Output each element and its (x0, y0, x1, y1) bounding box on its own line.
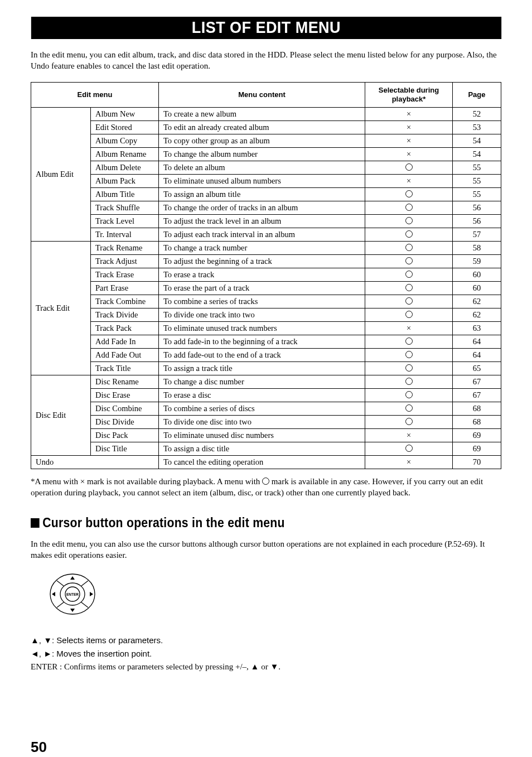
item-cell: Disc Title (91, 442, 159, 456)
page-cell: 60 (453, 268, 501, 282)
svg-line-4 (57, 581, 64, 586)
table-row: Track DivideTo divide one track into two… (31, 308, 501, 322)
page-cell: 54 (453, 134, 501, 148)
item-cell: Track Pack (91, 322, 159, 335)
table-row: Add Fade OutTo add fade-out to the end o… (31, 349, 501, 362)
page-cell: 55 (453, 175, 501, 188)
bullet-item: ▲, ▼: Selects items or parameters. (31, 635, 501, 645)
table-row: Disc EraseTo erase a disc67 (31, 389, 501, 402)
circle-icon (262, 478, 269, 485)
cursor-pad-illustration: ENTER (47, 572, 501, 619)
svg-marker-9 (70, 609, 75, 612)
selectable-cell (365, 389, 453, 402)
intro-text: In the edit menu, you can edit album, tr… (31, 49, 501, 72)
table-row: Disc DivideTo divide one disc into two68 (31, 416, 501, 429)
table-row: Part EraseTo erase the part of a track60 (31, 282, 501, 295)
page-cell: 55 (453, 188, 501, 201)
page-number: 50 (31, 739, 501, 756)
selectable-cell (365, 362, 453, 375)
table-row: Album CopyTo copy other group as an albu… (31, 134, 501, 148)
selectable-cell (365, 416, 453, 429)
desc-cell: To change a track number (159, 242, 365, 255)
table-row: Add Fade InTo add fade-in to the beginni… (31, 335, 501, 349)
selectable-cell (365, 188, 453, 201)
square-bullet-icon (31, 518, 40, 528)
desc-cell: To change the order of tracks in an albu… (159, 201, 365, 215)
page-cell: 55 (453, 161, 501, 175)
selectable-cell (365, 255, 453, 268)
item-cell: Track Divide (91, 308, 159, 322)
table-row: Edit StoredTo edit an already created al… (31, 121, 501, 134)
item-cell: Album Pack (91, 175, 159, 188)
group-cell: Undo (31, 456, 159, 469)
item-cell: Part Erase (91, 282, 159, 295)
desc-cell: To adjust each track interval in an albu… (159, 228, 365, 242)
item-cell: Track Title (91, 362, 159, 375)
item-cell: Disc Erase (91, 389, 159, 402)
footnote: *A menu with × mark is not available dur… (31, 476, 501, 499)
selectable-cell (365, 349, 453, 362)
group-cell: Disc Edit (31, 375, 91, 456)
table-row: Track AdjustTo adjust the beginning of a… (31, 255, 501, 268)
page-cell: 60 (453, 282, 501, 295)
selectable-cell (365, 308, 453, 322)
selectable-cell: × (365, 322, 453, 335)
page-title: LIST OF EDIT MENU (31, 17, 501, 39)
desc-cell: To cancel the editing operation (159, 456, 365, 469)
section-intro: In the edit menu, you can also use the c… (31, 538, 501, 561)
item-cell: Track Rename (91, 242, 159, 255)
desc-cell: To eliminate unused disc numbers (159, 429, 365, 442)
svg-line-6 (57, 602, 64, 607)
selectable-cell: × (365, 108, 453, 121)
item-cell: Disc Rename (91, 375, 159, 389)
desc-cell: To adjust the track level in an album (159, 215, 365, 228)
selectable-cell: × (365, 429, 453, 442)
desc-cell: To adjust the beginning of a track (159, 255, 365, 268)
svg-marker-11 (90, 592, 93, 596)
table-row: Album EditAlbum NewTo create a new album… (31, 108, 501, 121)
page-cell: 63 (453, 322, 501, 335)
item-cell: Track Adjust (91, 255, 159, 268)
desc-cell: To assign a disc title (159, 442, 365, 456)
page-cell: 67 (453, 389, 501, 402)
svg-marker-8 (70, 576, 75, 580)
table-row: Track PackTo eliminate unused track numb… (31, 322, 501, 335)
selectable-cell: × (365, 121, 453, 134)
desc-cell: To erase the part of a track (159, 282, 365, 295)
item-cell: Album New (91, 108, 159, 121)
item-cell: Disc Combine (91, 402, 159, 416)
item-cell: Track Level (91, 215, 159, 228)
table-row: Track EditTrack RenameTo change a track … (31, 242, 501, 255)
page-cell: 69 (453, 442, 501, 456)
edit-menu-table: Edit menu Menu content Selectable during… (31, 82, 501, 470)
desc-cell: To combine a series of tracks (159, 295, 365, 308)
page-cell: 70 (453, 456, 501, 469)
desc-cell: To edit an already created album (159, 121, 365, 134)
group-cell: Track Edit (31, 242, 91, 375)
section-heading: Cursor button operations in the edit men… (31, 515, 463, 531)
table-row: Track LevelTo adjust the track level in … (31, 215, 501, 228)
table-row: Album RenameTo change the album number×5… (31, 148, 501, 161)
selectable-cell (365, 268, 453, 282)
desc-cell: To combine a series of discs (159, 402, 365, 416)
table-row: Track TitleTo assign a track title65 (31, 362, 501, 375)
page-cell: 57 (453, 228, 501, 242)
desc-cell: To erase a track (159, 268, 365, 282)
header-selectable: Selectable during playback* (365, 82, 453, 108)
desc-cell: To copy other group as an album (159, 134, 365, 148)
page-cell: 59 (453, 255, 501, 268)
table-row: Track CombineTo combine a series of trac… (31, 295, 501, 308)
item-cell: Edit Stored (91, 121, 159, 134)
table-row: Disc TitleTo assign a disc title69 (31, 442, 501, 456)
table-row: Tr. IntervalTo adjust each track interva… (31, 228, 501, 242)
desc-cell: To change a disc number (159, 375, 365, 389)
item-cell: Add Fade In (91, 335, 159, 349)
page-cell: 65 (453, 362, 501, 375)
page-cell: 68 (453, 416, 501, 429)
item-cell: Disc Pack (91, 429, 159, 442)
desc-cell: To eliminate unused album numbers (159, 175, 365, 188)
desc-cell: To divide one track into two (159, 308, 365, 322)
item-cell: Track Combine (91, 295, 159, 308)
bullet-item: ◄, ►: Moves the insertion point. (31, 649, 501, 659)
page-cell: 62 (453, 295, 501, 308)
